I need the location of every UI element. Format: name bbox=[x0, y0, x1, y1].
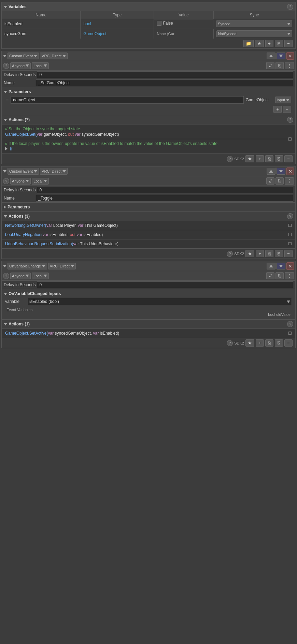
event-2-help-button[interactable]: ? bbox=[3, 178, 9, 184]
drag-handle[interactable]: ≡ bbox=[6, 97, 9, 103]
event-1-name-input[interactable] bbox=[36, 79, 293, 86]
variables-help-button[interactable]: ? bbox=[287, 4, 293, 10]
param-mode-arrow bbox=[286, 99, 289, 101]
event-1-help-button[interactable]: ? bbox=[3, 63, 9, 69]
event-3-comment-button[interactable]: // bbox=[266, 272, 274, 279]
if-expand-icon[interactable] bbox=[5, 147, 8, 150]
action-3-toolbar-star[interactable]: ★ bbox=[245, 339, 254, 347]
action-toolbar-star[interactable]: ★ bbox=[245, 155, 254, 162]
action-2-2-expand[interactable]: ☐ bbox=[288, 232, 292, 237]
event-3-audience-dropdown[interactable]: Anyone bbox=[10, 273, 31, 279]
action-toolbar-remove[interactable]: − bbox=[284, 155, 293, 162]
action-2-toolbar-copy[interactable]: ⎘ bbox=[275, 250, 283, 257]
action-3-toolbar-help[interactable]: ? bbox=[227, 340, 233, 346]
actions-3-help[interactable]: ? bbox=[287, 321, 293, 327]
event-2-delay-row: Delay in Seconds bbox=[2, 186, 295, 194]
event-1-up-button[interactable] bbox=[267, 53, 275, 59]
event-1-subheader: ? Anyone Local // ⎘ ⋮ bbox=[2, 61, 295, 71]
event-1-type-dropdown[interactable]: Custom Event bbox=[8, 53, 39, 59]
event-2-delay-input[interactable] bbox=[37, 187, 293, 193]
sync-dropdown-isenabled[interactable]: Synced bbox=[216, 20, 292, 27]
action-2-toolbar-help[interactable]: ? bbox=[227, 251, 233, 257]
action-1-expand[interactable]: ☐ bbox=[288, 137, 292, 142]
event-2-type-dropdown[interactable]: Custom Event bbox=[8, 168, 39, 175]
event-2-close-button[interactable]: ✕ bbox=[286, 167, 294, 175]
sync-dropdown-syncedgam[interactable]: NotSynced bbox=[216, 30, 292, 37]
actions-2-collapse[interactable] bbox=[4, 215, 7, 218]
event-2-up-button[interactable] bbox=[267, 168, 275, 175]
param-remove-button[interactable]: − bbox=[283, 106, 291, 113]
action-toolbar-help[interactable]: ? bbox=[227, 156, 233, 162]
action-3-toolbar-copy[interactable]: ⎘ bbox=[275, 339, 283, 347]
actions-collapse-icon[interactable] bbox=[4, 119, 7, 121]
event-1-dots-button[interactable]: ⋮ bbox=[285, 62, 294, 69]
event-2-down-button[interactable] bbox=[277, 168, 285, 175]
action-2-toolbar-add[interactable]: + bbox=[256, 250, 264, 257]
event-3-scope-dropdown[interactable]: Local bbox=[32, 273, 48, 279]
var-checkbox-isenabled[interactable] bbox=[157, 21, 161, 26]
event-1-comment-button[interactable]: // bbox=[266, 62, 274, 69]
variables-title: Variables bbox=[9, 4, 286, 9]
var-copy-button[interactable]: ⎘ bbox=[275, 40, 283, 47]
event-3-down-button[interactable] bbox=[277, 263, 285, 269]
event-2-dots-button[interactable]: ⋮ bbox=[285, 177, 294, 185]
action-2-toolbar-paste[interactable]: ⎘ bbox=[265, 250, 273, 257]
event-3-help-button[interactable]: ? bbox=[3, 273, 9, 279]
var-remove-button[interactable]: − bbox=[284, 40, 293, 47]
event-1-delay-input[interactable] bbox=[37, 71, 293, 78]
event-1-broadcast-dropdown[interactable]: VRC_Direct bbox=[40, 53, 68, 59]
event-3-type-dropdown[interactable]: OnVariableChange bbox=[8, 263, 47, 269]
var-star-button[interactable]: ★ bbox=[255, 40, 264, 47]
event-3-close-button[interactable]: ✕ bbox=[286, 262, 294, 270]
event-2-paste-button[interactable]: ⎘ bbox=[275, 177, 284, 185]
event-3-paste-button[interactable]: ⎘ bbox=[275, 272, 284, 279]
onvar-variable-select[interactable]: isEnabled (bool) bbox=[28, 298, 292, 305]
delay-label-3: Delay in Seconds bbox=[4, 282, 36, 287]
event-3-up-button[interactable] bbox=[267, 263, 275, 269]
param-name-input[interactable] bbox=[11, 96, 243, 104]
onvar-select-arrow bbox=[287, 301, 290, 303]
var-folder-button[interactable]: 📁 bbox=[243, 40, 254, 47]
action-toolbar-paste[interactable]: ⎘ bbox=[265, 155, 273, 162]
var-add-button[interactable]: + bbox=[265, 40, 273, 47]
action-2-toolbar-remove[interactable]: − bbox=[284, 250, 293, 257]
variables-panel: Variables ? Name Type Value Sync isEnabl… bbox=[1, 2, 296, 49]
actions-3-collapse[interactable] bbox=[4, 323, 7, 325]
action-3-toolbar-paste[interactable]: ⎘ bbox=[265, 339, 273, 347]
event-1-down-button[interactable] bbox=[277, 53, 285, 59]
param-add-button[interactable]: + bbox=[273, 106, 282, 113]
event-2-subheader: ? Anyone Local // ⎘ ⋮ bbox=[2, 176, 295, 186]
action-toolbar-copy[interactable]: ⎘ bbox=[275, 155, 283, 162]
event-3-delay-input[interactable] bbox=[37, 281, 293, 288]
event-3-collapse[interactable] bbox=[3, 265, 6, 267]
actions-help-button[interactable]: ? bbox=[287, 117, 293, 123]
action-2-2-code: bool.UnaryNegation(var isEnabled, out va… bbox=[2, 230, 295, 239]
action-2-3-expand[interactable]: ☐ bbox=[288, 241, 292, 246]
event-2-collapse[interactable] bbox=[3, 170, 6, 173]
event-2-scope-dropdown[interactable]: Local bbox=[32, 178, 48, 185]
action-toolbar-add[interactable]: + bbox=[256, 155, 264, 162]
event-2-broadcast-dropdown[interactable]: VRC_Direct bbox=[40, 168, 68, 175]
variables-collapse-icon[interactable] bbox=[4, 6, 7, 8]
actions-2-help[interactable]: ? bbox=[287, 213, 293, 219]
event-1-close-button[interactable]: ✕ bbox=[286, 52, 294, 60]
params-collapse-icon[interactable] bbox=[4, 91, 7, 93]
event-1-params-section: Parameters ≡ GameObject Input + − bbox=[2, 87, 295, 115]
event-1-collapse[interactable] bbox=[3, 55, 6, 57]
event-3-broadcast-dropdown[interactable]: VRC_Direct bbox=[48, 263, 76, 269]
event-2-audience-dropdown[interactable]: Anyone bbox=[10, 178, 31, 185]
event-1-audience-dropdown[interactable]: Anyone bbox=[10, 62, 31, 69]
event-1-paste-button[interactable]: ⎘ bbox=[275, 62, 284, 69]
action-3-1-expand[interactable]: ☐ bbox=[288, 331, 292, 336]
params-collapsed-icon[interactable] bbox=[4, 205, 6, 209]
action-2-1-expand[interactable]: ☐ bbox=[288, 223, 292, 228]
event-2-comment-button[interactable]: // bbox=[266, 177, 274, 185]
onvar-collapse-icon[interactable] bbox=[4, 293, 7, 295]
event-1-scope-dropdown[interactable]: Local bbox=[32, 62, 48, 69]
action-2-toolbar-star[interactable]: ★ bbox=[245, 250, 254, 257]
event-3-dots-button[interactable]: ⋮ bbox=[285, 272, 294, 279]
param-mode-dropdown[interactable]: Input bbox=[275, 97, 291, 103]
event-2-name-input[interactable] bbox=[36, 195, 293, 202]
action-3-toolbar-add[interactable]: + bbox=[256, 339, 264, 347]
action-3-toolbar-remove[interactable]: − bbox=[284, 339, 293, 347]
